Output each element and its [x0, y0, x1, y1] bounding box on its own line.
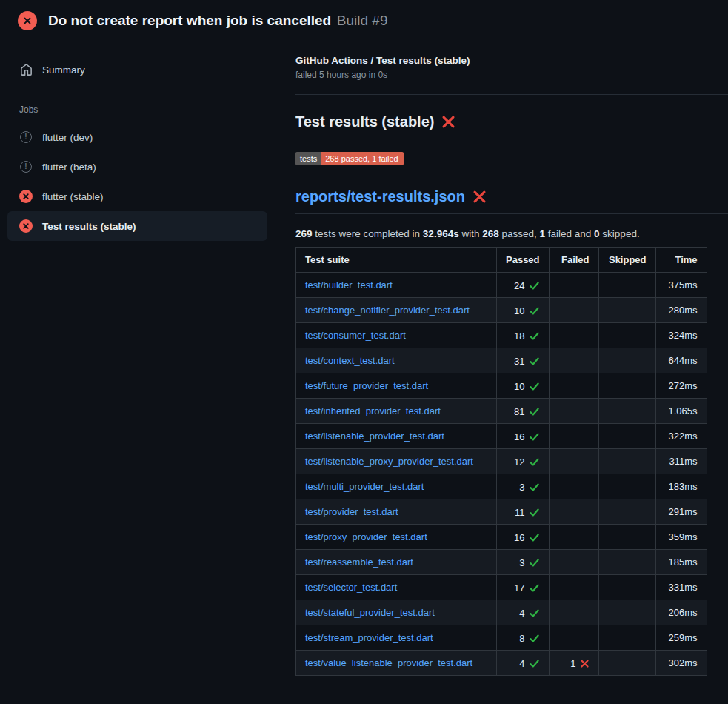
- check-icon: [529, 557, 540, 568]
- suite-link[interactable]: test/selector_test.dart: [305, 582, 397, 593]
- suite-cell: test/selector_test.dart: [296, 575, 497, 600]
- suite-cell: test/inherited_provider_test.dart: [296, 399, 497, 424]
- suite-link[interactable]: test/listenable_proxy_provider_test.dart: [305, 456, 473, 467]
- passed-count: 10: [514, 381, 524, 392]
- failed-cell: [549, 575, 598, 600]
- failed-cell: [549, 323, 598, 348]
- skipped-cell: [598, 424, 655, 449]
- suite-link[interactable]: test/reassemble_test.dart: [305, 557, 413, 568]
- suite-link[interactable]: test/stateful_provider_test.dart: [305, 607, 435, 618]
- skipped-cell: [598, 449, 655, 474]
- divider: [295, 139, 728, 139]
- passed-count: 17: [514, 582, 524, 594]
- suite-link[interactable]: test/listenable_provider_test.dart: [305, 431, 444, 442]
- summary-segment: 1: [540, 228, 546, 239]
- passed-cell: 8: [497, 625, 550, 651]
- passed-count: 4: [519, 658, 524, 669]
- suite-cell: test/stateful_provider_test.dart: [296, 600, 497, 625]
- summary-segment: 268: [482, 228, 499, 239]
- home-icon: [19, 63, 33, 76]
- suite-cell: test/listenable_proxy_provider_test.dart: [296, 449, 497, 474]
- passed-cell: 3: [497, 550, 550, 575]
- column-header-0: Test suite: [296, 248, 497, 273]
- summary-segment: with: [459, 228, 483, 239]
- table-row: test/provider_test.dart11291ms: [296, 499, 707, 525]
- table-row: test/listenable_proxy_provider_test.dart…: [296, 449, 707, 474]
- sidebar-item-job-0[interactable]: !flutter (dev): [7, 122, 267, 152]
- jobs-section-label: Jobs: [19, 104, 267, 115]
- skipped-cell: [598, 600, 655, 625]
- sidebar-item-label: flutter (dev): [42, 132, 93, 143]
- time-cell: 291ms: [655, 499, 707, 525]
- time-cell: 280ms: [655, 298, 707, 323]
- x-circle-icon: [18, 11, 37, 30]
- suite-cell: test/proxy_provider_test.dart: [296, 525, 497, 550]
- failed-cell: [549, 449, 598, 474]
- build-header: Do not create report when job is cancell…: [0, 0, 728, 40]
- suite-link[interactable]: test/future_provider_test.dart: [305, 380, 428, 391]
- suite-link[interactable]: test/change_notifier_provider_test.dart: [305, 305, 470, 316]
- summary-segment: 0: [594, 228, 600, 239]
- badge-label: tests: [295, 152, 321, 165]
- divider: [295, 94, 728, 95]
- time-cell: 375ms: [655, 273, 707, 298]
- suite-cell: test/change_notifier_provider_test.dart: [296, 298, 497, 323]
- table-header-row: Test suitePassedFailedSkippedTime: [296, 248, 707, 273]
- failed-cell: [549, 273, 598, 298]
- table-row: test/multi_provider_test.dart3183ms: [296, 474, 707, 499]
- suite-cell: test/multi_provider_test.dart: [296, 474, 497, 499]
- test-results-table: Test suitePassedFailedSkippedTime test/b…: [295, 247, 707, 676]
- suite-link[interactable]: test/stream_provider_test.dart: [305, 632, 433, 643]
- report-file-heading[interactable]: reports/test-results.json: [295, 188, 728, 205]
- skipped-cell: [598, 323, 655, 348]
- sidebar-item-job-1[interactable]: !flutter (beta): [7, 152, 267, 182]
- failed-cell: [549, 600, 598, 625]
- column-header-3: Skipped: [598, 248, 655, 273]
- time-cell: 324ms: [655, 323, 707, 348]
- passed-count: 81: [514, 406, 524, 417]
- suite-link[interactable]: test/builder_test.dart: [305, 279, 393, 290]
- passed-cell: 12: [497, 449, 550, 474]
- suite-link[interactable]: test/inherited_provider_test.dart: [305, 405, 441, 416]
- check-icon: [529, 280, 540, 291]
- suite-link[interactable]: test/provider_test.dart: [305, 506, 398, 517]
- passed-count: 24: [514, 280, 524, 291]
- time-cell: 1.065s: [655, 399, 707, 424]
- sidebar-item-job-2[interactable]: flutter (stable): [7, 182, 267, 211]
- passed-cell: 16: [497, 525, 550, 550]
- table-row: test/inherited_provider_test.dart811.065…: [296, 399, 707, 424]
- table-row: test/context_test.dart31644ms: [296, 348, 707, 373]
- failed-cell: [549, 525, 598, 550]
- failed-cell: [549, 474, 598, 499]
- report-file-link[interactable]: reports/test-results.json: [295, 188, 465, 205]
- passed-count: 31: [514, 356, 524, 367]
- table-row: test/future_provider_test.dart10272ms: [296, 373, 707, 399]
- suite-link[interactable]: test/context_test.dart: [305, 355, 395, 366]
- suite-cell: test/reassemble_test.dart: [296, 550, 497, 575]
- sidebar-item-job-3[interactable]: Test results (stable): [7, 211, 267, 241]
- passed-count: 8: [519, 633, 524, 644]
- passed-cell: 10: [497, 373, 550, 399]
- sidebar-item-label: flutter (beta): [42, 162, 96, 173]
- check-icon: [529, 633, 540, 644]
- suite-link[interactable]: test/multi_provider_test.dart: [305, 481, 424, 492]
- summary-segment: 269: [295, 228, 313, 239]
- table-row: test/reassemble_test.dart3185ms: [296, 550, 707, 575]
- cross-mark-icon: [472, 190, 487, 204]
- suite-link[interactable]: test/proxy_provider_test.dart: [305, 531, 427, 542]
- passed-cell: 16: [497, 424, 550, 449]
- breadcrumb: GitHub Actions / Test results (stable): [295, 55, 728, 66]
- suite-link[interactable]: test/consumer_test.dart: [305, 330, 406, 341]
- check-icon: [529, 305, 540, 316]
- suite-link[interactable]: test/value_listenable_provider_test.dart: [305, 657, 472, 668]
- sidebar-item-summary[interactable]: Summary: [7, 55, 267, 84]
- passed-cell: 4: [497, 651, 550, 676]
- check-icon: [529, 532, 540, 543]
- summary-segment: passed,: [499, 228, 540, 239]
- skipped-cell: [598, 273, 655, 298]
- failed-count: 1: [570, 658, 575, 669]
- time-cell: 644ms: [655, 348, 707, 373]
- cross-mark-icon: [441, 115, 455, 129]
- skipped-cell: [598, 525, 655, 550]
- passed-count: 11: [515, 507, 525, 518]
